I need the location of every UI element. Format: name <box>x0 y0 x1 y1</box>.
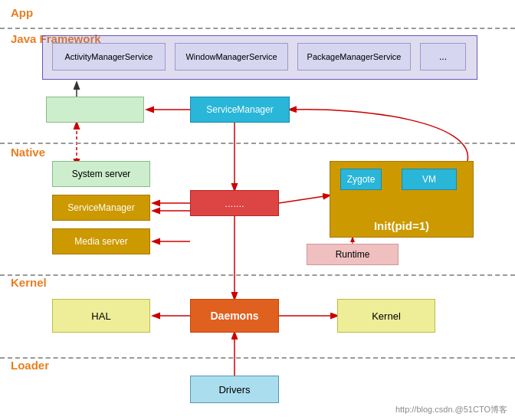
hal-box: Runtime <box>307 244 399 265</box>
system-server: ServiceManager <box>190 97 290 123</box>
kernel-box: Daemons <box>190 299 279 333</box>
vm-box: Zygote <box>340 169 382 190</box>
layer-native: Native <box>11 146 45 159</box>
more-services-box: ... <box>420 43 466 71</box>
bootloader-box: Drivers <box>190 376 279 403</box>
service-manager-java <box>46 97 144 123</box>
dots-native: Media server <box>52 228 150 254</box>
service-manager-native: System server <box>52 161 150 187</box>
drivers-box: Kernel <box>337 299 435 333</box>
daemons-box: HAL <box>52 299 150 333</box>
divider-app-java <box>0 28 515 29</box>
watermark: http://blog.csdn.@51CTO博客 <box>395 404 507 415</box>
layer-loader: Loader <box>11 359 49 372</box>
layer-app: App <box>11 6 33 19</box>
svg-line-7 <box>279 195 330 203</box>
layer-kernel: Kernel <box>11 276 47 289</box>
divider-kernel-loader <box>0 357 515 359</box>
media-server: ServiceManager <box>52 195 150 221</box>
divider-java-native <box>0 143 515 144</box>
activity-manager-service: ActivityManagerService <box>52 43 166 71</box>
init-process: ....... <box>190 190 279 216</box>
runtime-box: VM <box>402 169 457 190</box>
diagram-container: App Java Framework Native Kernel Loader … <box>0 0 515 420</box>
divider-native-kernel <box>0 274 515 276</box>
window-manager-service: WindowManagerService <box>175 43 288 71</box>
package-manager-service: PackageManagerService <box>297 43 411 71</box>
